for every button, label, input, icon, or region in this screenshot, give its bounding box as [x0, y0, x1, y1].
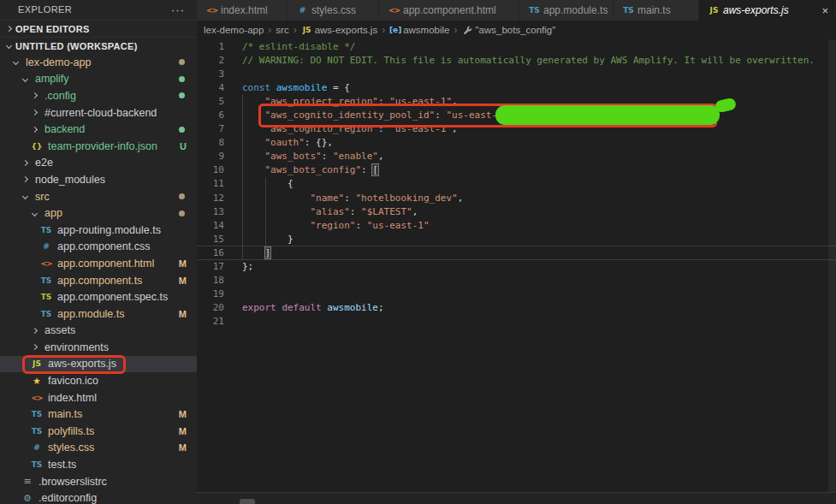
- code-token: "region": [310, 220, 355, 231]
- tree-item-assets[interactable]: assets: [0, 323, 197, 340]
- code-token: : {},: [305, 137, 333, 148]
- ts-file-icon: TS: [39, 226, 53, 234]
- tree-item-app-routing.module.ts[interactable]: TSapp-routing.module.ts: [0, 222, 197, 239]
- tree-item-label: .config: [44, 90, 76, 102]
- css-file-icon: #: [39, 242, 53, 251]
- code-token: [242, 220, 310, 231]
- tree-item-label: index.html: [48, 392, 97, 404]
- git-status-badge: U: [180, 141, 187, 151]
- code-text: "aws_bots": "enable",: [242, 151, 384, 162]
- horizontal-scrollbar[interactable]: [240, 499, 255, 504]
- tab-app.module.ts[interactable]: TSapp.module.ts: [519, 0, 614, 21]
- code-line-1[interactable]: 1/* eslint-disable */: [197, 39, 836, 53]
- code-line-16[interactable]: 16 ]: [197, 246, 836, 259]
- code-line-8[interactable]: 8 "oauth": {},: [197, 136, 836, 150]
- tree-item-aws-exports.js[interactable]: JSaws-exports.js: [0, 356, 197, 373]
- code-text: ]: [242, 247, 270, 258]
- code-text: "oauth": {},: [242, 137, 333, 148]
- tree-item-app[interactable]: app: [0, 205, 197, 222]
- tab-styles.css[interactable]: #styles.css: [288, 0, 379, 21]
- git-status-dot: [179, 193, 185, 199]
- tree-item-environments[interactable]: environments: [0, 339, 197, 356]
- breadcrumb-label: "aws_bots_config": [476, 25, 556, 35]
- tree-item-app.component.ts[interactable]: TSapp.component.tsM: [0, 272, 197, 289]
- tree-item-.config[interactable]: .config: [0, 87, 197, 104]
- code-token: "hotelbooking_dev": [355, 193, 457, 204]
- tree-item-lex-demo-app[interactable]: lex-demo-app: [0, 54, 197, 71]
- code-token: :: [435, 110, 446, 121]
- tree-item-main.ts[interactable]: TSmain.tsM: [0, 406, 197, 423]
- code-text: /* eslint-disable */: [242, 41, 355, 52]
- tree-item-e2e[interactable]: e2e: [0, 155, 197, 172]
- code-line-6[interactable]: 6 "aws_cognito_identity_pool_id": "us-ea…: [197, 108, 836, 122]
- line-number: 10: [197, 164, 224, 175]
- code-line-19[interactable]: 19: [197, 288, 836, 301]
- breadcrumb-item-aws-exports.js[interactable]: JSaws-exports.js: [301, 25, 378, 35]
- code-line-9[interactable]: 9 "aws_bots": "enable",: [197, 150, 836, 163]
- tree-item-app.module.ts[interactable]: TSapp.module.tsM: [0, 305, 197, 323]
- code-token: :: [350, 206, 361, 217]
- tab-label: index.html: [221, 4, 268, 16]
- tree-item-amplify[interactable]: amplify: [0, 71, 197, 88]
- close-icon[interactable]: ×: [816, 4, 828, 17]
- code-line-3[interactable]: 3: [197, 67, 836, 80]
- code-line-12[interactable]: 12 "name": "hotelbooking_dev",: [197, 191, 836, 205]
- breadcrumb-item-awsmobile[interactable]: [e]awsmobile: [389, 25, 449, 35]
- tree-item-src[interactable]: src: [0, 188, 197, 205]
- open-editors-section[interactable]: OPEN EDITORS: [0, 20, 197, 37]
- code-token: [242, 123, 265, 134]
- breadcrumb-item-lex-demo-app[interactable]: lex-demo-app: [204, 25, 264, 35]
- code-text: // WARNING: DO NOT EDIT. This file is au…: [242, 55, 815, 66]
- tree-item-node_modules[interactable]: node_modules: [0, 171, 197, 188]
- tree-item-app.component.html[interactable]: <>app.component.htmlM: [0, 255, 197, 272]
- code-line-5[interactable]: 5 "aws_project_region": "us-east-1",: [197, 94, 836, 108]
- breadcrumb-separator-icon: ›: [268, 24, 271, 36]
- tree-item-#current-cloud-backend[interactable]: #current-cloud-backend: [0, 104, 197, 122]
- code-line-15[interactable]: 15 }: [197, 232, 836, 246]
- tree-item-index.html[interactable]: <>index.html: [0, 389, 197, 406]
- code-line-11[interactable]: 11 {: [197, 177, 836, 191]
- tab-app.component.html[interactable]: <>app.component.html: [379, 0, 519, 21]
- tree-item-label: assets: [44, 324, 75, 336]
- code-line-17[interactable]: 17};: [197, 260, 836, 274]
- ts-file-icon: TS: [30, 427, 44, 436]
- vertical-scrollbar[interactable]: [828, 39, 836, 492]
- line-number: 4: [197, 82, 224, 93]
- tree-item-app.component.spec.ts[interactable]: TSapp.component.spec.ts: [0, 288, 197, 305]
- tree-item-.browserslistrc[interactable]: ≡.browserslistrc: [0, 473, 197, 490]
- code-line-14[interactable]: 14 "region": "us-east-1": [197, 218, 836, 232]
- tab-main.ts[interactable]: TSmain.ts: [614, 0, 699, 21]
- tree-item-team-provider-info.json[interactable]: {}team-provider-info.jsonU: [0, 138, 197, 155]
- code-line-18[interactable]: 18: [197, 274, 836, 288]
- tab-index.html[interactable]: <>index.html: [197, 0, 288, 21]
- tree-item-favicon.ico[interactable]: ★favicon.ico: [0, 372, 197, 389]
- tree-item-test.ts[interactable]: TStest.ts: [0, 456, 197, 473]
- more-actions-icon[interactable]: ···: [171, 3, 185, 16]
- tree-item-backend[interactable]: backend: [0, 121, 197, 138]
- code-token: default: [282, 302, 321, 313]
- code-line-13[interactable]: 13 "alias": "$LATEST",: [197, 205, 836, 218]
- code-line-10[interactable]: 10 "aws_bots_config": [: [197, 163, 836, 177]
- code-editor[interactable]: 1/* eslint-disable */2// WARNING: DO NOT…: [197, 39, 836, 504]
- js-file-icon: JS: [708, 6, 720, 15]
- tree-item-polyfills.ts[interactable]: TSpolyfills.tsM: [0, 423, 197, 440]
- code-line-20[interactable]: 20export default awsmobile;: [197, 301, 836, 315]
- code-line-7[interactable]: 7 "aws_cognito_region": "us-east-1",: [197, 122, 836, 136]
- code-line-21[interactable]: 21: [197, 315, 836, 329]
- breadcrumb-label: src: [276, 25, 288, 35]
- tree-item-app.component.css[interactable]: #app.component.css: [0, 239, 197, 256]
- breadcrumb-item-src[interactable]: src: [276, 25, 288, 35]
- json-file-icon: {}: [30, 142, 44, 151]
- chevron-right-icon: [22, 160, 28, 166]
- code-line-2[interactable]: 2// WARNING: DO NOT EDIT. This file is a…: [197, 53, 836, 67]
- breadcrumb-item-aws_bots_config[interactable]: "aws_bots_config": [462, 25, 556, 35]
- code-token: /* eslint-disable */: [242, 41, 355, 52]
- tree-item-styles.css[interactable]: #styles.cssM: [0, 440, 197, 457]
- workspace-section[interactable]: UNTITLED (WORKSPACE): [0, 37, 197, 54]
- git-status-dot: [179, 76, 185, 82]
- line-number: 1: [197, 41, 224, 52]
- chevron-right-icon: [32, 127, 38, 133]
- code-line-4[interactable]: 4const awsmobile = {: [197, 80, 836, 94]
- tree-item-.editorconfig[interactable]: ⚙.editorconfig: [0, 489, 197, 504]
- tab-aws-exports.js[interactable]: JSaws-exports.js×: [699, 0, 836, 21]
